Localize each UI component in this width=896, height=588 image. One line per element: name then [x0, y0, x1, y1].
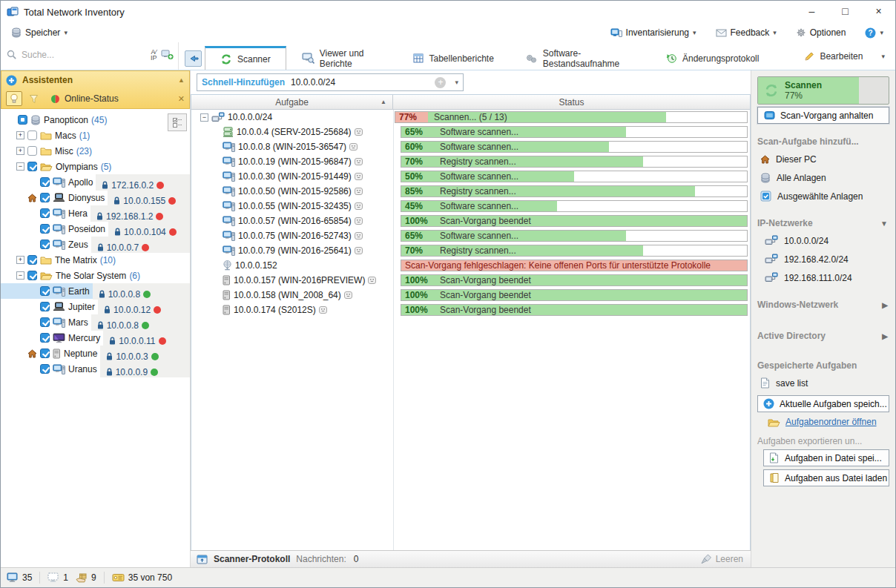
checkbox-checked[interactable]: [40, 317, 50, 327]
tree-item-mars[interactable]: Mars10.0.0.8: [1, 314, 190, 330]
close-button[interactable]: ×: [862, 1, 895, 22]
lightbulb-filter-button[interactable]: [6, 91, 22, 106]
collapse-icon[interactable]: −: [200, 113, 208, 122]
inventory-menu-button[interactable]: Inventarisierung ▾: [606, 26, 701, 39]
checkbox-checked[interactable]: [27, 162, 37, 171]
import-tasks-button[interactable]: Aufgaben aus Datei laden: [763, 469, 889, 486]
edit-button[interactable]: Bearbeiten ▾: [794, 51, 895, 62]
tree-item-olympians[interactable]: −Olympians(5): [1, 159, 190, 174]
open-task-folder-link[interactable]: Aufgabenordner öffnen: [757, 412, 889, 427]
collapse-icon[interactable]: −: [16, 271, 24, 280]
add-task-item-alle-anlagen[interactable]: Alle Anlagen: [757, 168, 889, 187]
quick-add-plus-icon[interactable]: +: [435, 77, 446, 88]
task-row[interactable]: 10.0.0.55 (WIN-2015-32435)45%Software sc…: [191, 199, 750, 214]
plus-circle-icon[interactable]: [6, 75, 17, 86]
column-header-status[interactable]: Status: [393, 95, 750, 109]
add-host-icon[interactable]: [161, 49, 174, 60]
tree-item-uranus[interactable]: Uranus10.0.0.9: [1, 361, 190, 377]
checkbox-checked[interactable]: [40, 364, 50, 374]
task-row[interactable]: 10.0.0.158 (WIN_2008_64)100%Scan-Vorgang…: [191, 288, 750, 303]
tab-scanner[interactable]: Scanner: [205, 46, 286, 70]
tab-viewer[interactable]: Viewer und Berichte: [286, 46, 398, 70]
save-current-tasks-button[interactable]: Aktuelle Aufgaben speich...: [757, 395, 889, 412]
checkbox-checked[interactable]: [40, 193, 50, 202]
tree-item-mercury[interactable]: Mercury10.0.0.11: [1, 330, 190, 346]
checkbox-unchecked[interactable]: [27, 146, 37, 156]
export-tasks-button[interactable]: Aufgaben in Datei spei...: [763, 449, 889, 466]
task-row[interactable]: 10.0.0.174 (S2012S)100%Scan-Vorgang been…: [191, 303, 750, 317]
chevron-down-icon[interactable]: ▾: [455, 79, 458, 86]
ip-network-item[interactable]: 10.0.0.0/24: [757, 231, 889, 250]
sort-az-ip-icon[interactable]: A⁄IP: [151, 49, 157, 61]
task-row[interactable]: 10.0.0.79 (WIN-2016-25641)70%Registry sc…: [191, 243, 750, 258]
task-row[interactable]: 10.0.0.8 (WIN-2015-36547)60%Software sca…: [191, 139, 750, 154]
task-row[interactable]: 10.0.0.19 (WIN-2015-96847)70%Registry sc…: [191, 154, 750, 169]
storage-menu-button[interactable]: Speicher ▾: [7, 26, 72, 39]
checkbox-checked[interactable]: [40, 333, 50, 343]
tree-item-macs[interactable]: +Macs(1): [1, 128, 190, 143]
stop-scan-button[interactable]: Scan-Vorgang anhalten: [757, 107, 889, 124]
tab-software[interactable]: Software-Bestandsaufnahme: [510, 46, 650, 70]
add-task-item-ausgewählte-anlagen[interactable]: Ausgewählte Anlagen: [757, 187, 889, 205]
expand-icon[interactable]: +: [16, 256, 24, 264]
tree-item-earth[interactable]: Earth10.0.0.8: [1, 283, 190, 299]
tab-table-reports[interactable]: Tabellenberichte: [398, 46, 509, 70]
task-row[interactable]: 10.0.0.157 (WIN-2016PREVIEW)100%Scan-Vor…: [191, 273, 750, 288]
checkbox-partial[interactable]: [18, 115, 27, 125]
checkbox-checked[interactable]: [40, 302, 50, 311]
tree-item-zeus[interactable]: Zeus10.0.0.7: [1, 237, 190, 252]
checkbox-checked[interactable]: [40, 177, 50, 187]
ip-network-item[interactable]: 192.168.111.0/24: [757, 268, 889, 287]
search-input[interactable]: [22, 50, 103, 60]
clear-log-button[interactable]: Leeren: [701, 554, 743, 564]
feedback-menu-button[interactable]: Feedback ▾: [711, 26, 781, 39]
minimize-button[interactable]: –: [795, 1, 829, 22]
options-button[interactable]: Optionen: [791, 26, 851, 39]
task-row[interactable]: 10.0.0.4 (SERV-2015-25684)65%Software sc…: [191, 125, 750, 139]
tree-item-the-solar-system[interactable]: −The Solar System(6): [1, 268, 190, 283]
windows-network-section-header[interactable]: Windows-Netzwerk ▶: [757, 300, 889, 310]
saved-task-item[interactable]: save list: [757, 374, 889, 392]
tree-item-apollo[interactable]: Apollo172.16.0.2: [1, 174, 190, 190]
expand-icon[interactable]: +: [16, 131, 24, 139]
task-row[interactable]: 10.0.0.75 (WIN-2016-52743)65%Software sc…: [191, 228, 750, 243]
tree-item-dionysus[interactable]: Dionysus10.0.0.155: [1, 190, 190, 205]
add-task-item-dieser-pc[interactable]: Dieser PC: [757, 150, 889, 168]
checkbox-checked[interactable]: [27, 255, 37, 265]
checkbox-checked[interactable]: [40, 208, 50, 218]
quick-add-input[interactable]: [291, 77, 429, 87]
task-row[interactable]: 10.0.0.30 (WIN-2015-91449)50%Software sc…: [191, 169, 750, 184]
checkbox-unchecked[interactable]: [27, 131, 37, 140]
ip-networks-section-header[interactable]: IP-Netzwerke ▼: [757, 218, 889, 228]
tree-item-misc[interactable]: +Misc(23): [1, 143, 190, 159]
tree-item-panopticon[interactable]: Panopticon(45): [1, 112, 190, 128]
checkbox-checked[interactable]: [27, 271, 37, 280]
search-box[interactable]: [7, 50, 146, 60]
expand-icon[interactable]: +: [16, 147, 24, 155]
checkbox-checked[interactable]: [40, 348, 50, 358]
task-row[interactable]: 10.0.0.57 (WIN-2016-65854)100%Scan-Vorga…: [191, 214, 750, 228]
collapse-sidebar-button[interactable]: [185, 50, 202, 67]
ip-network-item[interactable]: 192.168.42.0/24: [757, 250, 889, 268]
collapse-panel-icon[interactable]: ▲: [178, 76, 185, 84]
checkbox-list-toggle[interactable]: [168, 113, 187, 131]
help-button[interactable]: ? ▾: [860, 26, 888, 40]
tab-changelog[interactable]: Änderungsprotokoll: [650, 46, 774, 70]
tree-item-jupiter[interactable]: Jupiter10.0.0.12: [1, 299, 190, 314]
checkbox-checked[interactable]: [40, 224, 50, 234]
task-row[interactable]: 10.0.0.50 (WIN-2015-92586)85%Registry sc…: [191, 184, 750, 199]
tree-item-hera[interactable]: Hera192.168.1.2: [1, 205, 190, 221]
quick-add-box[interactable]: Schnell-Hinzufügen + ▾: [197, 73, 464, 91]
maximize-button[interactable]: □: [829, 1, 862, 22]
funnel-filter-button[interactable]: [25, 91, 42, 106]
tree-item-poseidon[interactable]: Poseidon10.0.0.104: [1, 221, 190, 237]
task-row[interactable]: −10.0.0.0/2477%Scannen... (5 / 13): [191, 110, 750, 125]
column-header-task[interactable]: Aufgabe ▲: [191, 95, 393, 109]
active-directory-section-header[interactable]: Active Directory ▶: [757, 331, 889, 341]
checkbox-checked[interactable]: [40, 240, 50, 249]
checkbox-checked[interactable]: [40, 286, 50, 296]
scan-progress-button[interactable]: Scannen 77%: [757, 76, 889, 105]
tree-item-the-matrix[interactable]: +The Matrix(10): [1, 252, 190, 268]
collapse-icon[interactable]: −: [16, 162, 24, 171]
task-row[interactable]: 10.0.0.152Scan-Vorgang fehlgeschlagen: K…: [191, 258, 750, 273]
